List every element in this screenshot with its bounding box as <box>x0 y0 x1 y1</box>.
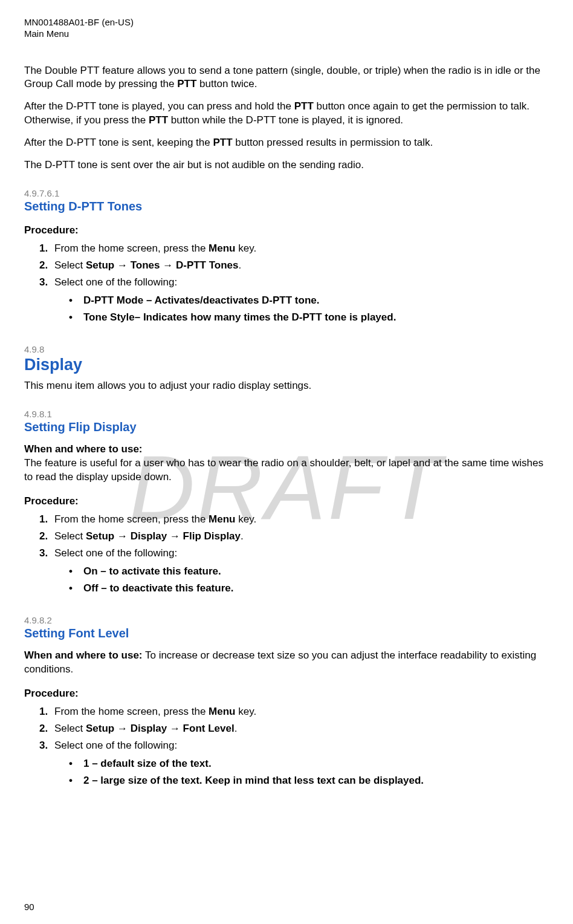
bold-display: Display <box>131 530 167 542</box>
section-number: 4.9.8.1 <box>24 409 549 419</box>
bold-setup: Setup <box>86 259 114 271</box>
text: – to deactivate this feature. <box>99 582 234 594</box>
bullet: Tone Style– Indicates how many times the… <box>69 309 549 326</box>
text: key. <box>236 513 257 525</box>
procedure-label: Procedure: <box>24 224 549 236</box>
bold-dptt-tones: D-PTT Tones <box>176 259 239 271</box>
bold-menu: Menu <box>209 242 235 254</box>
text: → <box>167 723 183 734</box>
when-block: When and where to use: The feature is us… <box>24 443 549 484</box>
section-number: 4.9.7.6.1 <box>24 188 549 198</box>
bold-font-level: Font Level <box>183 723 235 734</box>
section-title: Setting Font Level <box>24 626 549 640</box>
text: Select <box>54 259 86 271</box>
section-title: Display <box>24 356 549 374</box>
bold-ptt: PTT <box>149 114 168 126</box>
bold-setup: Setup <box>86 723 114 734</box>
procedure-steps: From the home screen, press the Menu key… <box>24 703 549 792</box>
text: → <box>114 259 130 271</box>
bold-menu: Menu <box>209 513 235 525</box>
step: From the home screen, press the Menu key… <box>51 511 549 528</box>
bold-setup: Setup <box>86 530 114 542</box>
when-label: When and where to use: <box>24 649 143 661</box>
bold-ptt: PTT <box>177 78 196 89</box>
bold-ptt: PTT <box>294 100 314 112</box>
text: – Activates/deactivates D-PTT tone. <box>143 294 319 306</box>
step: Select one of the following: On – to act… <box>51 545 549 599</box>
step: Select Setup → Display → Font Level. <box>51 720 549 737</box>
section-description: This menu item allows you to adjust your… <box>24 379 549 393</box>
bold-ptt: PTT <box>213 137 232 148</box>
step: Select Setup → Display → Flip Display. <box>51 528 549 545</box>
text: key. <box>236 242 257 254</box>
sub-bullets: D-PTT Mode – Activates/deactivates D-PTT… <box>54 292 549 326</box>
text: key. <box>236 706 257 717</box>
procedure-label: Procedure: <box>24 495 549 507</box>
text: → <box>167 530 183 542</box>
procedure-label: Procedure: <box>24 688 549 700</box>
bold-flip-display: Flip Display <box>183 530 241 542</box>
text: Select one of the following: <box>54 547 177 559</box>
intro-p2: After the D-PTT tone is played, you can … <box>24 100 549 128</box>
bold-menu: Menu <box>209 706 235 717</box>
bold-dptt-mode: D-PTT Mode <box>83 294 143 306</box>
bold-tone-style: Tone Style <box>83 311 135 323</box>
text: . <box>235 723 238 734</box>
header-section: Main Menu <box>24 28 549 40</box>
text: → <box>114 530 130 542</box>
section-number: 4.9.8 <box>24 344 549 354</box>
bullet: Off – to deactivate this feature. <box>69 580 549 597</box>
text: From the home screen, press the <box>54 513 209 525</box>
bold-on: On <box>83 565 98 577</box>
bullet: 1 – default size of the text. <box>69 755 549 772</box>
text: button while the D-PTT tone is played, i… <box>168 114 403 126</box>
step: Select one of the following: D-PTT Mode … <box>51 274 549 328</box>
section-title: Setting Flip Display <box>24 420 549 434</box>
sub-bullets: On – to activate this feature. Off – to … <box>54 563 549 597</box>
bullet: 2 – large size of the text. Keep in mind… <box>69 772 549 789</box>
text: . <box>241 530 244 542</box>
text: From the home screen, press the <box>54 242 209 254</box>
sub-bullets: 1 – default size of the text. 2 – large … <box>54 755 549 789</box>
bullet: On – to activate this feature. <box>69 563 549 580</box>
step: Select one of the following: 1 – default… <box>51 737 549 792</box>
header-doc-id: MN001488A01-BF (en-US) <box>24 17 549 28</box>
section-number: 4.9.8.2 <box>24 615 549 625</box>
bold-display: Display <box>131 723 167 734</box>
text: button twice. <box>196 78 257 89</box>
procedure-steps: From the home screen, press the Menu key… <box>24 511 549 599</box>
text: – default size of the text. <box>89 758 211 769</box>
text: Select one of the following: <box>54 740 177 751</box>
text: → <box>160 259 175 271</box>
text: Select one of the following: <box>54 276 177 288</box>
intro-p4: The D-PTT tone is sent over the air but … <box>24 158 549 172</box>
bold-off: Off <box>83 582 99 594</box>
step: Select Setup → Tones → D-PTT Tones. <box>51 257 549 274</box>
bold-tones: Tones <box>131 259 160 271</box>
procedure-steps: From the home screen, press the Menu key… <box>24 240 549 328</box>
text: – large size of the text. Keep in mind t… <box>89 775 424 786</box>
intro-p3: After the D-PTT tone is sent, keeping th… <box>24 136 549 150</box>
page: DRAFT MN001488A01-BF (en-US) Main Menu T… <box>0 0 573 924</box>
text: → <box>114 723 130 734</box>
content: MN001488A01-BF (en-US) Main Menu The Dou… <box>24 17 549 792</box>
text: . <box>239 259 242 271</box>
step: From the home screen, press the Menu key… <box>51 703 549 720</box>
text: – to activate this feature. <box>98 565 221 577</box>
text: button pressed results in permission to … <box>233 137 433 148</box>
text: The Double PTT feature allows you to sen… <box>24 65 540 90</box>
text: Select <box>54 723 86 734</box>
when-text: The feature is useful for a user who has… <box>24 457 543 483</box>
text: After the D-PTT tone is sent, keeping th… <box>24 137 213 148</box>
text: Select <box>54 530 86 542</box>
step: From the home screen, press the Menu key… <box>51 240 549 257</box>
when-label: When and where to use: <box>24 443 143 455</box>
text: After the D-PTT tone is played, you can … <box>24 100 294 112</box>
bullet: D-PTT Mode – Activates/deactivates D-PTT… <box>69 292 549 309</box>
text: From the home screen, press the <box>54 706 209 717</box>
page-number: 90 <box>24 902 34 912</box>
section-title: Setting D-PTT Tones <box>24 200 549 213</box>
when-block: When and where to use: To increase or de… <box>24 649 549 677</box>
text: – Indicates how many times the D-PTT ton… <box>135 311 397 323</box>
intro-p1: The Double PTT feature allows you to sen… <box>24 64 549 92</box>
